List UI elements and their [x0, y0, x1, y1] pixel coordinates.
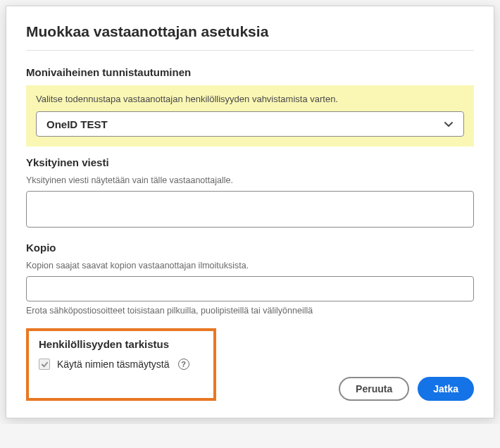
- auth-heading: Monivaiheinen tunnistautuminen: [26, 66, 474, 78]
- private-message-section: Yksityinen viesti Yksityinen viesti näyt…: [26, 156, 474, 239]
- identity-check-heading: Henkilöllisyyden tarkistus: [39, 338, 204, 350]
- chevron-down-icon: [444, 119, 454, 129]
- auth-method-selected-value: OneID TEST: [46, 118, 444, 130]
- private-message-helper: Yksityinen viesti näytetään vain tälle v…: [26, 175, 474, 185]
- cancel-button[interactable]: Peruuta: [339, 377, 409, 401]
- multi-factor-auth-section: Monivaiheinen tunnistautuminen Valitse t…: [26, 66, 474, 147]
- copy-hint: Erota sähköpostiosoitteet toisistaan pil…: [26, 306, 474, 316]
- copy-section: Kopio Kopion saajat saavat kopion vastaa…: [26, 242, 474, 316]
- auth-highlight-area: Valitse todennustapa vastaanottajan henk…: [26, 85, 474, 147]
- copy-recipients-input[interactable]: [26, 276, 474, 301]
- copy-helper: Kopion saajat saavat kopion vastaanottaj…: [26, 261, 474, 270]
- name-matching-checkbox[interactable]: [39, 359, 50, 370]
- auth-method-select[interactable]: OneID TEST: [36, 111, 464, 137]
- dialog-title: Muokkaa vastaanottajan asetuksia: [26, 23, 474, 51]
- recipient-settings-dialog: Muokkaa vastaanottajan asetuksia Monivai…: [6, 6, 494, 418]
- continue-button[interactable]: Jatka: [418, 377, 474, 401]
- auth-helper-text: Valitse todennustapa vastaanottajan henk…: [36, 94, 464, 104]
- name-matching-label: Käytä nimien täsmäytystä: [57, 359, 170, 370]
- checkmark-icon: [41, 361, 49, 368]
- private-message-input[interactable]: [26, 191, 474, 228]
- help-icon[interactable]: ?: [178, 359, 189, 370]
- identity-check-highlight-box: Henkilöllisyyden tarkistus Käytä nimien …: [26, 328, 216, 401]
- name-matching-checkbox-row: Käytä nimien täsmäytystä ?: [39, 359, 204, 370]
- copy-heading: Kopio: [26, 242, 474, 254]
- private-message-heading: Yksityinen viesti: [26, 156, 474, 168]
